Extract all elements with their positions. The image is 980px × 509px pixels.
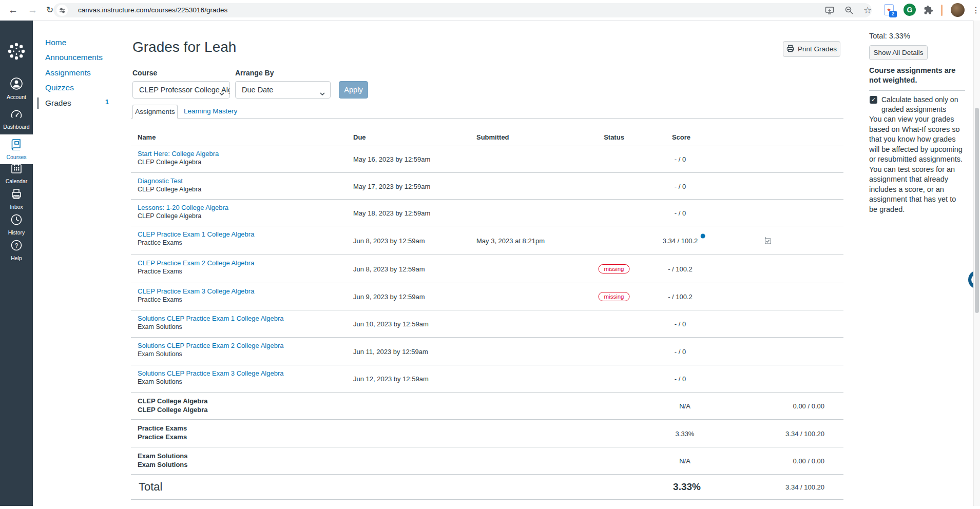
assignment-link[interactable]: Start Here: College Algebra (138, 150, 219, 158)
courses-icon (10, 138, 23, 152)
calc-graded-label: Calculate based only on graded assignmen… (881, 95, 964, 114)
arrange-by-select[interactable]: Due Date (235, 81, 331, 99)
course-nav-grades[interactable]: Grades (37, 97, 127, 109)
browser-profile-avatar[interactable] (951, 3, 965, 17)
sidebar-item-history[interactable]: History (0, 213, 33, 236)
printer-icon (786, 45, 794, 54)
assignment-link[interactable]: CLEP Practice Exam 2 College Algebra (138, 259, 254, 267)
status-missing-badge: missing (599, 264, 630, 273)
group-score: 3.33% (676, 429, 695, 437)
assignment-details-icon[interactable] (763, 236, 772, 245)
show-all-details-button[interactable]: Show All Details (869, 45, 928, 60)
sidebar-item-help[interactable]: ? Help (0, 239, 33, 261)
tab-assignments[interactable]: Assignments (132, 105, 178, 119)
assignment-link[interactable]: Lessons: 1-20 College Algebra (138, 204, 228, 211)
group-points: 3.34 / 100.20 (785, 429, 824, 437)
address-bar[interactable]: canvas.instructure.com/courses/2253016/g… (53, 3, 872, 17)
chevron-down-icon (319, 87, 326, 99)
group-score: N/A (679, 402, 690, 410)
calc-graded-checkbox[interactable]: ✓ (870, 96, 877, 104)
grammarly-icon[interactable]: G (904, 4, 916, 16)
course-nav-announcements[interactable]: Announcements (37, 52, 127, 63)
assignment-context: Exam Solutions (138, 350, 182, 358)
assignment-link[interactable]: Diagnostic Test (138, 177, 183, 185)
grades-table-body: Start Here: College AlgebraCLEP College … (131, 146, 843, 500)
due-date: Jun 8, 2023 by 12:59am (353, 237, 425, 244)
assignment-link[interactable]: Solutions CLEP Practice Exam 1 College A… (138, 315, 283, 322)
due-date: Jun 10, 2023 by 12:59am (353, 320, 429, 328)
sidebar-item-account[interactable]: Account (0, 77, 33, 100)
assignment-context: CLEP College Algebra (138, 159, 201, 166)
score-value: - / 100.2 (668, 293, 693, 301)
browser-back-icon[interactable]: ← (8, 4, 18, 17)
score-value: 3.34 / 100.2 (663, 237, 698, 244)
group-score: N/A (679, 457, 690, 465)
toolbar-separator (941, 5, 943, 16)
score-value: - / 0 (675, 155, 686, 163)
sidebar-item-dashboard[interactable]: Dashboard (0, 109, 33, 130)
course-nav-assignments[interactable]: Assignments (37, 67, 127, 79)
col-header-score: Score (672, 133, 690, 141)
browser-refresh-icon[interactable]: ↻ (46, 4, 53, 17)
browser-toolbar: ← → ↻ canvas.instructure.com/courses/225… (0, 0, 980, 21)
assignment-link[interactable]: Solutions CLEP Practice Exam 2 College A… (138, 342, 283, 349)
course-nav-home[interactable]: Home (37, 37, 127, 48)
group-total-row: Practice ExamsPractice Exams3.33%3.34 / … (131, 420, 843, 447)
score-value: - / 0 (675, 320, 686, 328)
table-row: Solutions CLEP Practice Exam 1 College A… (131, 310, 843, 338)
assignment-context: Exam Solutions (138, 323, 182, 330)
history-clock-icon (10, 213, 23, 228)
due-date: May 16, 2023 by 12:59am (353, 155, 430, 163)
panel-divider (869, 90, 965, 91)
score-value: - / 0 (675, 209, 686, 217)
col-header-name: Name (138, 133, 156, 141)
course-filter-label: Course (132, 69, 157, 77)
submitted-date: May 3, 2023 at 8:21pm (476, 237, 545, 244)
new-grade-indicator (700, 233, 705, 238)
col-header-status: Status (604, 133, 624, 141)
site-settings-icon[interactable] (56, 5, 68, 16)
due-date: May 18, 2023 by 12:59am (353, 209, 430, 217)
due-date: Jun 9, 2023 by 12:59am (353, 293, 425, 301)
course-nav-quizzes[interactable]: Quizzes (37, 82, 127, 93)
due-date: Jun 8, 2023 by 12:59am (353, 265, 425, 273)
assignment-link[interactable]: CLEP Practice Exam 1 College Algebra (138, 230, 254, 238)
canvas-grades-page: { "browser": { "url": "canvas.instructur… (0, 0, 980, 509)
extension-badge-count: 2 (889, 11, 897, 17)
browser-menu-icon[interactable]: ⋮ (972, 4, 980, 16)
apply-button[interactable]: Apply (339, 81, 368, 99)
url-text[interactable]: canvas.instructure.com/courses/2253016/g… (78, 3, 227, 17)
assignment-link[interactable]: Solutions CLEP Practice Exam 3 College A… (138, 369, 283, 377)
what-if-description: You can view your grades based on What-I… (869, 114, 965, 214)
extensions-puzzle-icon[interactable] (923, 5, 933, 15)
sidebar-item-calendar[interactable]: Calendar (0, 162, 33, 184)
grades-table-header: Name Due Submitted Status Score (131, 131, 843, 146)
score-value: - / 0 (675, 347, 686, 355)
score-value: - / 0 (675, 182, 686, 190)
page-scrollbar-track[interactable] (973, 21, 980, 506)
print-grades-button[interactable]: Print Grades (783, 41, 840, 57)
group-points: 0.00 / 0.00 (793, 402, 824, 410)
browser-forward-icon[interactable]: → (28, 4, 37, 17)
assignment-context: Exam Solutions (138, 378, 182, 385)
extension-with-badge-icon[interactable]: ★ 2 (884, 4, 895, 16)
sidebar-item-inbox[interactable]: Inbox (0, 188, 33, 210)
bookmark-star-icon[interactable]: ☆ (862, 5, 873, 15)
canvas-logo-icon[interactable] (6, 41, 27, 62)
weighting-note: Course assignments are not weighted. (869, 66, 963, 85)
table-row: CLEP Practice Exam 2 College AlgebraPrac… (131, 255, 843, 283)
page-scrollbar-thumb[interactable] (975, 108, 979, 313)
tab-learning-mastery[interactable]: Learning Mastery (184, 105, 237, 119)
account-icon (10, 77, 23, 92)
sidebar-item-courses[interactable]: Courses (0, 134, 33, 164)
col-header-due: Due (353, 133, 366, 141)
course-select[interactable]: CLEP Professor College Alg (132, 81, 230, 99)
zoom-search-icon[interactable] (844, 5, 854, 15)
group-context: CLEP College Algebra (138, 406, 208, 414)
assignment-link[interactable]: CLEP Practice Exam 3 College Algebra (138, 287, 254, 295)
total-grade-text: Total: 3.33% (869, 32, 910, 40)
global-nav: Account Dashboard Courses Calendar Inbox… (0, 21, 33, 506)
total-row: Total3.33%3.34 / 100.20 (131, 475, 843, 500)
group-total-row: Exam SolutionsExam SolutionsN/A0.00 / 0.… (131, 447, 843, 475)
install-app-icon[interactable] (824, 5, 835, 15)
